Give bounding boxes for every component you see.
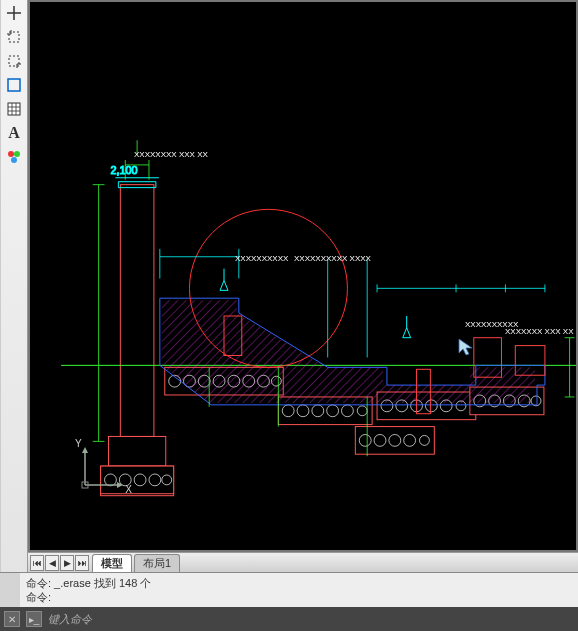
crop1-icon[interactable] (3, 26, 25, 48)
command-history: 命令: _.erase 找到 148 个 命令: (0, 573, 578, 607)
model-viewport[interactable]: 2,100 (30, 2, 576, 550)
tab-model[interactable]: 模型 (92, 554, 132, 572)
tab-next-button[interactable]: ▶ (60, 555, 74, 571)
tab-last-button[interactable]: ⏭ (75, 555, 89, 571)
svg-text:2,100: 2,100 (110, 164, 137, 176)
label-center-note: XXXXXXXXXX (235, 254, 288, 263)
tab-prev-button[interactable]: ◀ (45, 555, 59, 571)
command-prompt-icon[interactable]: ▸_ (26, 611, 42, 627)
ucs-icon: Y X (75, 440, 130, 495)
label-right-note: XXXXXXXXXX XXXX (294, 254, 371, 263)
svg-point-4 (8, 151, 14, 157)
plus-icon[interactable] (3, 2, 25, 24)
drawing-area-container: 2,100 (28, 0, 578, 572)
left-toolbar: A (0, 0, 28, 572)
ucs-x-label: X (125, 484, 132, 495)
ucs-y-label: Y (75, 438, 82, 449)
tab-first-button[interactable]: ⏮ (30, 555, 44, 571)
box-icon[interactable] (3, 74, 25, 96)
command-area: 命令: _.erase 找到 148 个 命令: ✕ ▸_ 键入命令 (0, 572, 578, 631)
command-input[interactable]: 键入命令 (48, 612, 574, 627)
label-top-note: XXXXXXXX XXX XX (134, 150, 208, 159)
color-icon[interactable] (3, 146, 25, 168)
wrench-icon[interactable]: ✕ (4, 611, 20, 627)
svg-rect-3 (8, 103, 20, 115)
svg-point-6 (11, 157, 17, 163)
crop2-icon[interactable] (3, 50, 25, 72)
svg-rect-2 (8, 79, 20, 91)
label-far2-note: XXXXXXX XXX XX (505, 327, 573, 336)
cursor-icon (457, 337, 477, 357)
tab-layout1[interactable]: 布局1 (134, 554, 180, 572)
svg-rect-7 (120, 185, 154, 437)
svg-point-5 (14, 151, 20, 157)
layout-tab-bar: ⏮ ◀ ▶ ⏭ 模型 布局1 (28, 552, 578, 572)
grid-icon[interactable] (3, 98, 25, 120)
text-icon[interactable]: A (3, 122, 25, 144)
